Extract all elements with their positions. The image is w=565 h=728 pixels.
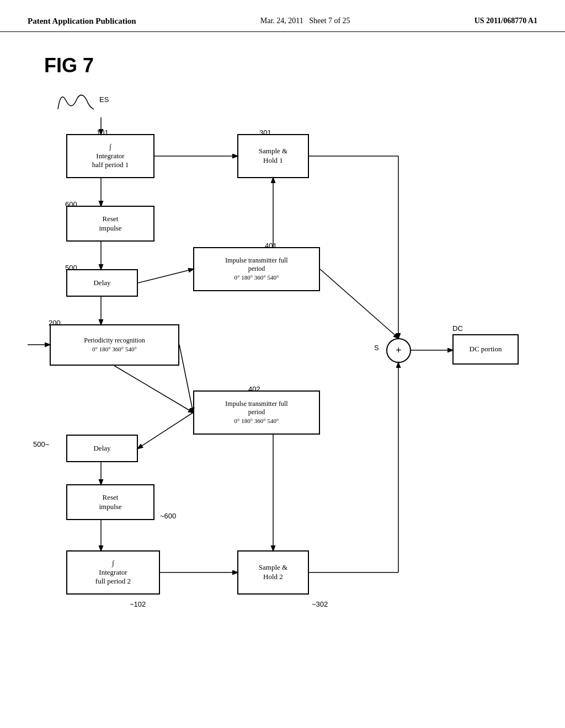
- reset1-text: Resetimpulse: [99, 215, 121, 233]
- impulse1-text: Impulse transmitter fullperiod0° 180° 36…: [225, 256, 287, 282]
- svg-line-8: [320, 269, 398, 338]
- integrator1-label: ∫: [92, 142, 129, 152]
- sample-hold1-box: Sample &Hold 1: [237, 134, 309, 178]
- label-401: 401: [265, 242, 277, 250]
- delay2-text: Delay: [93, 444, 110, 453]
- integrator2-box: ∫ Integratorfull period 2: [66, 550, 160, 595]
- label-500-2: 500~: [33, 440, 49, 448]
- diagram-container: FIG 7 ES ∫ Integratorhalf period 1 101 S…: [0, 32, 565, 705]
- publication-label: Patent Application Publication: [28, 17, 136, 26]
- integrator2-integral: ∫: [95, 559, 131, 568]
- impulse2-box: Impulse transmitter fullperiod0° 180° 36…: [193, 390, 320, 435]
- fig-label: FIG 7: [44, 54, 94, 77]
- delay2-box: Delay: [66, 435, 138, 462]
- sample-hold2-text: Sample &Hold 2: [259, 563, 287, 582]
- es-waveform: [55, 87, 99, 115]
- impulse2-text: Impulse transmitter fullperiod0° 180° 36…: [225, 400, 287, 426]
- label-200: 200: [49, 319, 61, 327]
- sample-hold1-text: Sample &Hold 1: [259, 147, 287, 165]
- es-label: ES: [99, 95, 109, 104]
- date-sheet: Mar. 24, 2011 Sheet 7 of 25: [260, 17, 350, 25]
- sheet: Sheet 7 of 25: [309, 17, 350, 25]
- label-302: ~302: [312, 600, 328, 608]
- periodicity-text: Periodicity recognition0° 180° 360° 540°: [84, 336, 145, 354]
- label-600-2: ~600: [160, 512, 176, 520]
- date: Mar. 24, 2011: [260, 17, 303, 25]
- reset1-box: Resetimpulse: [66, 206, 154, 242]
- label-500-1: 500: [65, 264, 77, 272]
- label-301: 301: [259, 129, 271, 137]
- sample-hold2-box: Sample &Hold 2: [237, 550, 309, 595]
- dc-portion-box: DC portion: [452, 334, 519, 365]
- label-102: ~102: [130, 600, 146, 608]
- periodicity-box: Periodicity recognition0° 180° 360° 540°: [50, 324, 179, 366]
- integrator2-text: Integratorfull period 2: [95, 568, 131, 587]
- integrator1-box: ∫ Integratorhalf period 1: [66, 134, 154, 178]
- adder-circle: +: [386, 338, 411, 363]
- patent-number: US 2011/068770 A1: [475, 17, 537, 25]
- dc-label: DC: [452, 324, 463, 333]
- svg-line-4: [138, 269, 193, 283]
- delay1-box: Delay: [66, 269, 138, 297]
- svg-line-12: [114, 366, 193, 413]
- impulse1-box: Impulse transmitter fullperiod0° 180° 36…: [193, 247, 320, 291]
- reset2-box: Resetimpulse: [66, 484, 154, 520]
- dc-portion-text: DC portion: [470, 345, 502, 354]
- label-402: 402: [248, 385, 260, 393]
- svg-line-13: [138, 413, 193, 448]
- adder-symbol: +: [396, 345, 401, 356]
- reset2-text: Resetimpulse: [99, 493, 121, 512]
- page-header: Patent Application Publication Mar. 24, …: [0, 0, 565, 32]
- label-600-1: 600: [65, 200, 77, 208]
- delay1-text: Delay: [93, 279, 110, 288]
- svg-line-7: [179, 345, 193, 413]
- label-101: 101: [97, 129, 109, 137]
- s-label: S: [374, 344, 379, 352]
- integrator1-text: Integratorhalf period 1: [92, 152, 129, 170]
